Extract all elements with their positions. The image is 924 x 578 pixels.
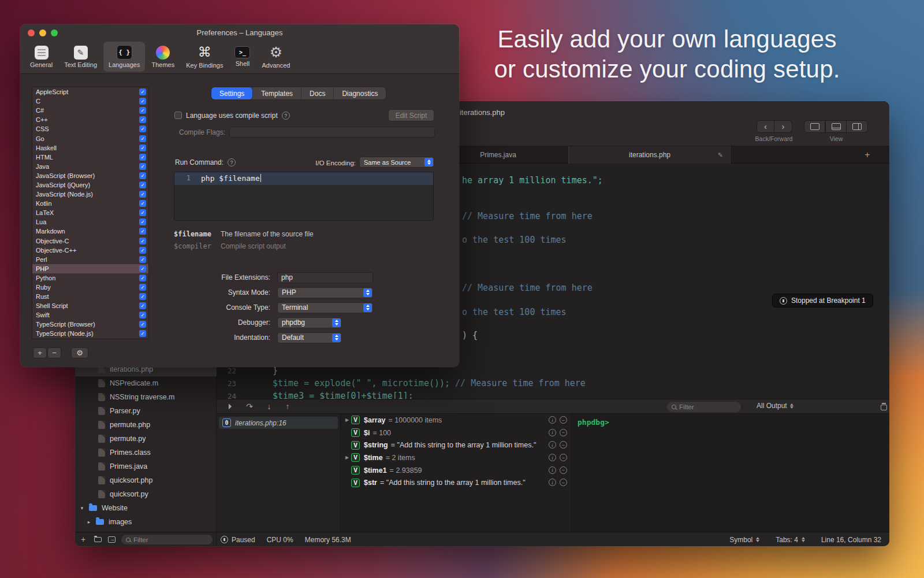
checkbox-checked-icon[interactable]: ✓ xyxy=(139,330,146,337)
checkbox-checked-icon[interactable]: ✓ xyxy=(139,200,146,207)
language-row-c[interactable]: C#✓ xyxy=(32,106,148,115)
variable-row-time[interactable]: ▶V$time= 2 itemsi− xyxy=(341,451,571,464)
forward-button[interactable]: › xyxy=(774,120,792,133)
info-icon[interactable]: i xyxy=(549,441,556,449)
continue-button[interactable]: ⏵ xyxy=(222,399,237,413)
remove-icon[interactable]: − xyxy=(560,429,567,436)
language-row-kotlin[interactable]: Kotlin✓ xyxy=(32,199,148,208)
checkbox-checked-icon[interactable]: ✓ xyxy=(139,302,146,309)
checkbox-checked-icon[interactable]: ✓ xyxy=(139,181,146,188)
language-row-typescript-node-js[interactable]: TypeScript (Node.js)✓ xyxy=(32,329,148,338)
info-icon[interactable]: i xyxy=(549,454,556,461)
checkbox-checked-icon[interactable]: ✓ xyxy=(139,172,146,179)
prefs-toolbar-general[interactable]: General xyxy=(25,42,58,72)
sidebar-item-parser-py[interactable]: Parser.py xyxy=(75,404,217,418)
editor-tab-iterations-php[interactable]: iterations.php✎ xyxy=(569,146,731,164)
new-folder-icon[interactable] xyxy=(94,537,102,542)
prefs-toolbar-key-bindings[interactable]: Key Bindings xyxy=(181,42,228,72)
step-out-button[interactable]: ↑ xyxy=(280,399,295,413)
compile-script-checkbox[interactable] xyxy=(174,112,182,119)
checkbox-checked-icon[interactable]: ✓ xyxy=(139,256,146,263)
language-row-css[interactable]: CSS✓ xyxy=(32,124,148,134)
language-row-c[interactable]: C++✓ xyxy=(32,115,148,124)
symbol-select[interactable]: Symbol xyxy=(729,536,759,544)
remove-language-button[interactable]: − xyxy=(47,347,61,358)
debugger-console-pane[interactable]: phpdbg> xyxy=(572,414,889,532)
language-row-rust[interactable]: Rust✓ xyxy=(32,292,148,301)
add-language-button[interactable]: + xyxy=(33,347,47,358)
checkbox-checked-icon[interactable]: ✓ xyxy=(139,88,146,95)
debugger-popup[interactable]: phpdbg xyxy=(277,317,342,328)
checkbox-checked-icon[interactable]: ✓ xyxy=(139,163,146,170)
sidebar-item-nspredicate-m[interactable]: NSPredicate.m xyxy=(75,376,217,390)
sidebar-item-permute-py[interactable]: permute.py xyxy=(75,432,217,446)
language-row-latex[interactable]: LaTeX✓ xyxy=(32,208,148,217)
checkbox-checked-icon[interactable]: ✓ xyxy=(139,321,146,328)
language-row-php[interactable]: PHP✓ xyxy=(32,264,148,273)
checkbox-checked-icon[interactable]: ✓ xyxy=(139,154,146,161)
remove-icon[interactable]: − xyxy=(560,416,567,424)
remove-icon[interactable]: − xyxy=(560,441,567,449)
tab-templates[interactable]: Templates xyxy=(253,87,301,99)
checkbox-checked-icon[interactable]: ✓ xyxy=(139,293,146,300)
tab-settings[interactable]: Settings xyxy=(211,87,253,99)
prefs-toolbar-themes[interactable]: Themes xyxy=(146,42,180,72)
step-into-button[interactable]: ↓ xyxy=(262,399,277,413)
checkbox-checked-icon[interactable]: ✓ xyxy=(139,125,146,132)
disclosure-closed-icon[interactable]: ▸ xyxy=(85,519,92,525)
checkbox-checked-icon[interactable]: ✓ xyxy=(139,247,146,254)
variable-row-time1[interactable]: V$time1= 2.93859i− xyxy=(341,464,571,477)
language-row-shell-script[interactable]: Shell Script✓ xyxy=(32,301,148,310)
language-row-go[interactable]: Go✓ xyxy=(32,134,148,143)
language-row-markdown[interactable]: Markdown✓ xyxy=(32,227,148,236)
checkbox-checked-icon[interactable]: ✓ xyxy=(139,312,146,318)
tab-docs[interactable]: Docs xyxy=(301,87,334,99)
sidebar-item-quicksort-py[interactable]: quicksort.py xyxy=(75,487,217,501)
remove-icon[interactable]: − xyxy=(560,466,567,474)
language-row-typescript-browser[interactable]: TypeScript (Browser)✓ xyxy=(32,320,148,329)
checkbox-checked-icon[interactable]: ✓ xyxy=(139,107,146,114)
variable-row-str[interactable]: V$str= "Add this string to the array 1 m… xyxy=(341,476,571,489)
checkbox-checked-icon[interactable]: ✓ xyxy=(139,116,146,123)
language-row-javascript-jquery[interactable]: JavaScript (jQuery)✓ xyxy=(32,180,148,190)
info-icon[interactable]: i xyxy=(549,466,556,474)
language-row-html[interactable]: HTML✓ xyxy=(32,153,148,162)
language-row-lua[interactable]: Lua✓ xyxy=(32,217,148,227)
view-bottom-split-button[interactable] xyxy=(825,120,847,133)
sidebar-item-primes-java[interactable]: Primes.java xyxy=(75,460,217,473)
checkbox-checked-icon[interactable]: ✓ xyxy=(139,238,146,244)
language-row-c[interactable]: C✓ xyxy=(32,97,148,106)
sidebar-item-nsstring-traverse-m[interactable]: NSString traverse.m xyxy=(75,390,217,404)
sidebar-item-primes-class[interactable]: Primes.class xyxy=(75,446,217,460)
checkbox-checked-icon[interactable]: ✓ xyxy=(139,98,146,105)
prefs-toolbar-text-editing[interactable]: Text Editing xyxy=(59,42,102,72)
info-icon[interactable]: i xyxy=(549,429,556,436)
indentation-popup[interactable]: Default xyxy=(277,332,342,343)
variable-row-string[interactable]: V$string= "Add this string to the array … xyxy=(341,439,571,451)
checkbox-checked-icon[interactable]: ✓ xyxy=(139,218,146,225)
checkbox-checked-icon[interactable]: ✓ xyxy=(139,284,146,291)
help-icon[interactable] xyxy=(282,112,290,120)
tabs-select[interactable]: Tabs: 4 xyxy=(776,536,805,544)
checkbox-checked-icon[interactable]: ✓ xyxy=(139,275,146,281)
language-row-objective-c[interactable]: Objective-C✓ xyxy=(32,236,148,246)
variable-row-array[interactable]: ▶V$array= 1000000 itemsi− xyxy=(341,414,571,427)
remove-icon[interactable]: − xyxy=(560,454,567,461)
output-select[interactable]: All Output xyxy=(757,402,793,410)
checkbox-checked-icon[interactable]: ✓ xyxy=(139,228,146,235)
view-right-split-button[interactable] xyxy=(847,120,868,133)
language-row-objective-c[interactable]: Objective-C++✓ xyxy=(32,246,148,255)
sidebar-item-images[interactable]: ▸images xyxy=(75,515,217,529)
language-row-javascript-browser[interactable]: JavaScript (Browser)✓ xyxy=(32,171,148,180)
help-icon[interactable] xyxy=(228,158,236,166)
tab-diagnostics[interactable]: Diagnostics xyxy=(334,87,386,99)
language-row-javascript-node-js[interactable]: JavaScript (Node.js)✓ xyxy=(32,190,148,199)
file-extensions-field[interactable]: php xyxy=(277,272,373,283)
checkbox-checked-icon[interactable]: ✓ xyxy=(139,265,146,272)
sidebar-item-quicksort-php[interactable]: quicksort.php xyxy=(75,473,217,487)
clear-console-button trash-icon[interactable] xyxy=(881,403,887,410)
sidebar-item-website[interactable]: ▾Website xyxy=(75,501,217,515)
info-icon[interactable]: i xyxy=(549,479,556,486)
checkbox-checked-icon[interactable]: ✓ xyxy=(139,135,146,142)
prefs-toolbar-advanced[interactable]: Advanced xyxy=(256,42,295,72)
